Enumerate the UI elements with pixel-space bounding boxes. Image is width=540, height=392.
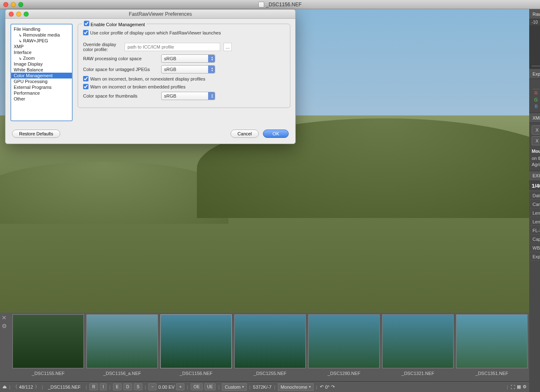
prefs-item-raw-jpeg[interactable]: RAW+JPEG [11, 38, 72, 44]
wb-value: 5372K/-7 [253, 385, 272, 390]
xmp-panel-header: XMP Metadata ⚙✕ [529, 113, 540, 123]
untagged-space-label: Color space for untagged JPEGs [83, 67, 158, 72]
browse-profile-button[interactable]: … [223, 43, 232, 51]
use-display-profile-checkbox[interactable]: Use color profile of display upon which … [83, 30, 221, 35]
xmp-reject-button[interactable]: X [532, 125, 540, 135]
untagged-space-select[interactable]: sRGB▴▾ [161, 65, 215, 74]
ok-button[interactable]: OK [263, 130, 289, 138]
oe-button[interactable]: OE [191, 383, 202, 390]
r-button[interactable]: R [89, 383, 98, 390]
document-icon [258, 2, 264, 7]
prefs-item-gpu[interactable]: GPU Processing [11, 78, 72, 84]
thumbnail[interactable]: _DSC1321.NEF [382, 314, 454, 377]
zoom-window-button[interactable] [18, 2, 23, 7]
histogram-panel-header: Raw Histogram ✕ [529, 9, 540, 19]
warn-display-checkbox[interactable]: Warn on incorrect, broken, or nonexisten… [83, 76, 205, 81]
minimize-window-button[interactable] [11, 2, 16, 7]
rotate-ccw-icon[interactable]: ↶ [320, 384, 324, 390]
thumbnail[interactable]: _DSC1156_a.NEF [86, 314, 158, 377]
next-file-button[interactable]: 〉 [35, 384, 39, 390]
settings-icon[interactable]: ⚙ [523, 384, 527, 390]
thumb-space-label: Color space for thumbnails [83, 93, 158, 98]
thumbnail-selected[interactable]: _DSC1156.NEF [160, 314, 232, 377]
prefs-item-file-handling[interactable]: File Handling [11, 26, 72, 32]
s-button[interactable]: S [134, 383, 142, 390]
file-counter: 48/112 [19, 385, 33, 390]
eject-icon[interactable]: ⏏ [2, 384, 7, 390]
prefs-item-external[interactable]: External Programs [11, 84, 72, 90]
thumbnail[interactable]: _DSC1351.NEF [456, 314, 528, 377]
exif-table: Date&Time2008:06:22 09:37:17 CameraNIKON… [529, 191, 540, 262]
custom-dropdown[interactable]: Custom [222, 383, 247, 391]
minimize-dialog-button[interactable] [16, 12, 21, 17]
close-dialog-button[interactable] [9, 12, 14, 17]
restore-defaults-button[interactable]: Restore Defaults [12, 130, 60, 138]
prefs-item-white-balance[interactable]: White Balance [11, 67, 72, 73]
warn-embedded-checkbox[interactable]: Warn on incorrect or broken embedded pro… [83, 84, 186, 89]
exposure-panel-header: Exposure Stats ⚙✕ [529, 69, 540, 79]
exposure-stats-table: UnExpOveExpOE+Corr R2k0.07%00%00% G10%00… [529, 79, 540, 113]
grid-icon[interactable]: ▦ [517, 384, 521, 390]
prefs-item-zoom[interactable]: Zoom [11, 55, 72, 61]
thumb-space-select[interactable]: sRGB▴▾ [161, 92, 215, 100]
prefs-item-other[interactable]: Other [11, 96, 72, 102]
ev-minus-button[interactable]: − [148, 383, 157, 390]
prefs-category-list: File Handling Removable media RAW+JPEG X… [10, 24, 73, 121]
fit-icon[interactable]: ⛶ [511, 385, 515, 390]
prefs-item-interface[interactable]: Interface [11, 49, 72, 55]
zoom-dialog-button[interactable] [24, 12, 29, 17]
d-button[interactable]: D [123, 383, 132, 390]
xmp-image-description: on the road from Selinunte to Agrigento,… [532, 155, 540, 168]
exif-summary: 1/400 f/11 @ISO200 24mm [529, 181, 540, 191]
raw-space-select[interactable]: sRGB▴▾ [161, 54, 215, 63]
thumbnail[interactable]: _DSC1155.NEF [12, 314, 84, 377]
xmp-clear-color[interactable]: X [532, 136, 540, 145]
cancel-button[interactable]: Cancel [231, 130, 259, 138]
override-profile-input[interactable] [125, 43, 220, 51]
e-button[interactable]: E [113, 383, 122, 390]
xmp-metadata-panel: X ☆ ☆ ☆ ☆ ☆ X Mountain Valley on the roa… [529, 123, 540, 171]
prefs-item-color-management[interactable]: Color Management [11, 73, 72, 78]
prefs-item-image-display[interactable]: Image Display [11, 61, 72, 67]
exif-panel-header: EXIF ⚙✕ [529, 171, 540, 181]
histogram-chart: -10 -5 EV0 +3 [529, 19, 540, 69]
prefs-item-xmp[interactable]: XMP [11, 44, 72, 49]
current-filename: _DSC1156.NEF [45, 385, 83, 390]
right-panel-stack: Raw Histogram ✕ -10 -5 EV0 +3 [529, 9, 540, 392]
prefs-item-performance[interactable]: Performance [11, 90, 72, 96]
statusbar: ⏏ | 〈 48/112 〉 | _DSC1156.NEF | R I | E … [0, 381, 529, 392]
rotate-cw-icon[interactable]: ↷ [331, 384, 335, 390]
window-title: _DSC1156.NEF [23, 2, 537, 7]
rotation-angle: 0° [325, 385, 330, 390]
filmstrip: ✕ ⚙ _DSC1155.NEF _DSC1156_a.NEF _DSC1156… [0, 313, 529, 381]
close-window-button[interactable] [3, 2, 8, 7]
close-filmstrip-icon[interactable]: ✕ [2, 314, 10, 321]
color-management-group: Enable Color Management Use color profil… [78, 24, 290, 108]
filmstrip-settings-icon[interactable]: ⚙ [2, 323, 10, 329]
ue-button[interactable]: UE [204, 383, 216, 390]
preferences-dialog: FastRawViewer Preferences File Handling … [5, 9, 296, 144]
monochrome-dropdown[interactable]: Monochrome [278, 383, 314, 391]
ev-value: 0.00 EV [158, 385, 174, 390]
ev-plus-button[interactable]: + [176, 383, 184, 390]
override-profile-label: Override display color profile: [83, 42, 121, 52]
prev-file-button[interactable]: 〈 [13, 384, 17, 390]
thumbnail[interactable]: _DSC1280.NEF [308, 314, 380, 377]
prefs-titlebar: FastRawViewer Preferences [5, 10, 295, 19]
xmp-image-title: Mountain Valley [532, 149, 540, 154]
thumbnail[interactable]: _DSC1255.NEF [234, 314, 306, 377]
raw-space-label: RAW processing color space [83, 56, 158, 61]
window-titlebar: _DSC1156.NEF [0, 0, 540, 9]
enable-cm-checkbox[interactable]: Enable Color Management [84, 22, 145, 27]
i-button[interactable]: I [100, 383, 107, 390]
prefs-item-removable-media[interactable]: Removable media [11, 32, 72, 38]
